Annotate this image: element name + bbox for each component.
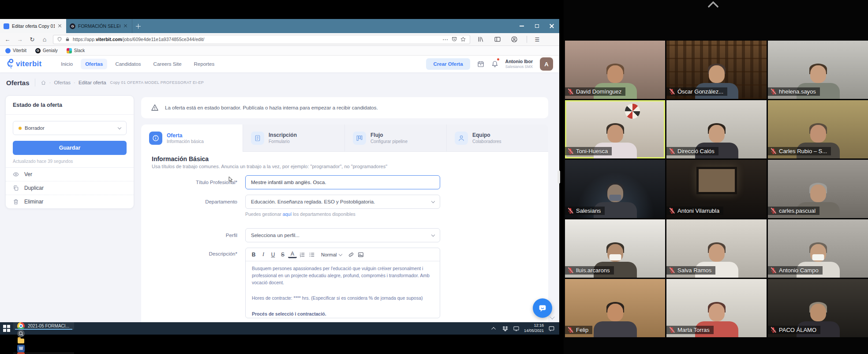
new-tab-button[interactable] bbox=[132, 19, 144, 33]
action-center-icon[interactable] bbox=[548, 325, 555, 332]
team-icon bbox=[455, 132, 468, 145]
participant-tile[interactable]: PACO ÁLAMO bbox=[768, 279, 868, 337]
status-select[interactable]: Borrador bbox=[13, 121, 127, 135]
profile-select[interactable]: Selecciona un perfil... bbox=[245, 228, 440, 242]
sidebar-icon[interactable] bbox=[494, 36, 501, 43]
display-icon[interactable] bbox=[513, 325, 520, 332]
tab-close-icon[interactable] bbox=[57, 23, 63, 29]
dropbox-icon[interactable] bbox=[502, 325, 509, 332]
maximize-button[interactable] bbox=[529, 19, 544, 33]
bookmark-viterbit[interactable]: Viterbit bbox=[5, 48, 26, 53]
editor-list-ordered-button[interactable] bbox=[298, 250, 307, 260]
participant-tile[interactable]: Toni-Huesca bbox=[565, 100, 665, 158]
browser-tab-title: Editar oferta Copy 01 OFERTA M bbox=[12, 23, 55, 29]
reload-button[interactable] bbox=[28, 36, 36, 43]
minimize-button[interactable] bbox=[514, 19, 529, 33]
participant-tile[interactable]: Óscar González... bbox=[666, 41, 767, 99]
offer-action-eliminar[interactable]: Eliminar bbox=[6, 195, 134, 208]
manage-departments-link[interactable]: aquí bbox=[283, 211, 292, 217]
user-org: Salesianos SMX bbox=[505, 64, 533, 69]
taskbar-app-word[interactable]: W bbox=[13, 345, 74, 352]
editor-strike-button[interactable]: S bbox=[278, 250, 287, 260]
participant-tile[interactable]: David Domínguez bbox=[565, 41, 665, 99]
tab-inscripción[interactable]: InscripciónFormulario bbox=[243, 124, 345, 152]
avatar[interactable]: A bbox=[540, 57, 553, 71]
nav-item-ofertas[interactable]: Ofertas bbox=[81, 59, 107, 69]
user-meta[interactable]: Antonio Ibor Salesianos SMX bbox=[505, 59, 533, 69]
editor-list-bullet-button[interactable] bbox=[307, 250, 316, 260]
participant-tile[interactable]: hhelena.sayos bbox=[768, 41, 868, 99]
viterbit-logo[interactable]: viterbit bbox=[6, 58, 41, 70]
chat-widget-button[interactable] bbox=[533, 298, 552, 318]
editor-italic-button[interactable]: I bbox=[259, 250, 268, 260]
scroll-participants-up-icon[interactable] bbox=[707, 1, 718, 12]
browser-tab-viterbit[interactable]: Editar oferta Copy 01 OFERTA M bbox=[0, 19, 66, 33]
participant-tile[interactable]: Marta Torras bbox=[666, 279, 767, 337]
participant-tile[interactable]: Antonio Campo bbox=[768, 219, 868, 278]
app-header: viterbit InicioOfertasCandidatosCareers … bbox=[0, 56, 559, 72]
bookmark-label: Viterbit bbox=[13, 48, 26, 53]
editor-link-button[interactable] bbox=[347, 250, 355, 260]
participant-tile[interactable]: Carles Rubio – S... bbox=[768, 100, 868, 158]
participant-tile[interactable]: Salva Ramos bbox=[666, 219, 767, 278]
editor-underline-button[interactable]: U bbox=[269, 250, 277, 260]
department-select[interactable]: Educación. Enseñanza reglada. ESO y Post… bbox=[245, 195, 440, 209]
page-actions-icon[interactable] bbox=[442, 36, 449, 42]
lock-icon[interactable] bbox=[65, 37, 70, 42]
tab-text: OfertaInformación básica bbox=[167, 132, 204, 144]
create-offer-button[interactable]: Crear Oferta bbox=[426, 58, 470, 70]
close-window-button[interactable] bbox=[544, 19, 559, 33]
back-button[interactable] bbox=[4, 36, 11, 43]
bookmark-slack[interactable]: Slack bbox=[67, 48, 85, 53]
taskbar-app-ppt[interactable]: P01 FORMACION DI... bbox=[13, 352, 74, 354]
form-row-title: Título Profesional* Mestre infantil amb … bbox=[152, 175, 538, 189]
notifications-bell-icon[interactable] bbox=[491, 60, 498, 68]
tab-equipo[interactable]: EquipoColaboradores bbox=[447, 124, 548, 152]
job-title-input[interactable]: Mestre infantil amb anglès. Osca. bbox=[245, 175, 440, 189]
editor-image-button[interactable] bbox=[356, 250, 365, 260]
taskbar-app-search[interactable] bbox=[13, 330, 74, 337]
offer-action-ver[interactable]: Ver bbox=[6, 168, 134, 181]
participant-tile[interactable]: Salesians bbox=[565, 160, 665, 218]
pocket-icon[interactable] bbox=[451, 36, 457, 42]
editor-format-button[interactable]: Normal bbox=[320, 250, 343, 260]
calendar-icon[interactable] bbox=[477, 60, 484, 68]
save-button[interactable]: Guardar bbox=[13, 141, 127, 155]
participant-tile[interactable]: lluis.arcarons bbox=[565, 219, 665, 278]
nav-item-reportes[interactable]: Reportes bbox=[190, 59, 219, 69]
bookmark-genialy[interactable]: GGenialy bbox=[35, 48, 58, 53]
nav-item-candidatos[interactable]: Candidatos bbox=[111, 59, 145, 69]
editor-bold-button[interactable]: B bbox=[249, 250, 258, 260]
menu-icon[interactable] bbox=[533, 36, 541, 43]
panel-resize-handle[interactable] bbox=[557, 170, 560, 184]
address-bar[interactable]: https://app.viterbit.com/jobs/609e4de11e… bbox=[53, 35, 470, 44]
participant-tile[interactable]: Felip bbox=[565, 279, 665, 337]
bookmark-star-icon[interactable] bbox=[460, 36, 466, 42]
word-icon: W bbox=[17, 345, 25, 352]
forward-button[interactable] bbox=[16, 36, 24, 43]
start-button[interactable] bbox=[0, 322, 13, 335]
account-icon[interactable] bbox=[511, 36, 518, 43]
editor-body[interactable]: Busquem persones apassionades per l'educ… bbox=[246, 261, 440, 318]
taskbar-app-folder[interactable] bbox=[13, 337, 74, 345]
tab-flujo[interactable]: FlujoConfigurar pipeline bbox=[345, 124, 447, 152]
show-hidden-icons[interactable] bbox=[491, 325, 498, 332]
tab-close-icon[interactable] bbox=[123, 23, 128, 29]
offer-action-duplicar[interactable]: Duplicar bbox=[6, 181, 134, 195]
action-label: Duplicar bbox=[24, 185, 44, 191]
library-icon[interactable] bbox=[477, 36, 484, 43]
home-button[interactable] bbox=[41, 36, 49, 43]
breadcrumb-ofertas[interactable]: Ofertas bbox=[54, 80, 71, 85]
participant-tile[interactable]: Direcció Calós bbox=[666, 100, 767, 158]
nav-item-inicio[interactable]: Inicio bbox=[56, 59, 77, 69]
taskbar-clock[interactable]: 12:16 14/05/2021 bbox=[524, 323, 544, 333]
participant-tile[interactable]: carles.pascual bbox=[768, 160, 868, 218]
home-icon[interactable] bbox=[41, 80, 46, 86]
tab-oferta[interactable]: OfertaInformación básica bbox=[141, 124, 243, 152]
participant-tile[interactable]: Antoni Vilarrubla bbox=[666, 160, 767, 218]
nav-item-careers-site[interactable]: Careers Site bbox=[149, 59, 186, 69]
taskbar-app-chrome[interactable]: 2021-05 FORMACI... bbox=[13, 322, 74, 330]
shield-icon[interactable] bbox=[57, 37, 62, 42]
browser-tab-genially[interactable]: G FORMACIÓN SELECCIÓN EDU bbox=[66, 19, 132, 33]
editor-color-button[interactable]: A bbox=[288, 251, 297, 258]
